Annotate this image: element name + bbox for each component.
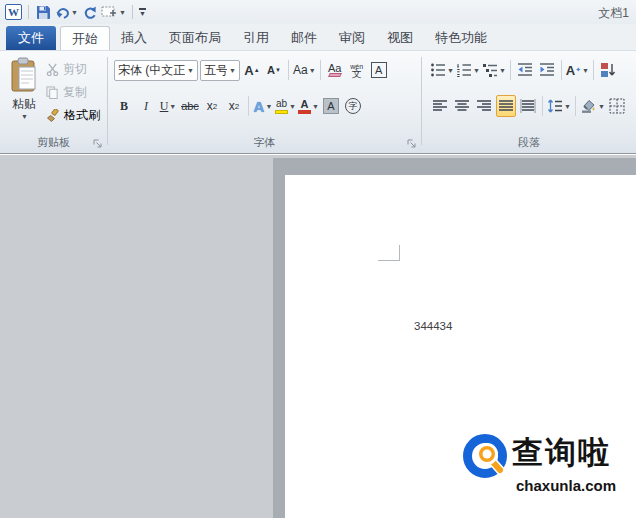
watermark-brand-text: 查询啦 (512, 433, 611, 473)
shrink-font-button[interactable]: A▼ (264, 59, 284, 81)
increase-indent-button[interactable] (537, 59, 557, 81)
cut-button[interactable]: 剪切 (46, 59, 100, 80)
divider (132, 5, 133, 19)
font-color-dropdown-arrow[interactable]: ▼ (312, 103, 319, 110)
save-button[interactable] (35, 3, 51, 21)
tab-review[interactable]: 审阅 (328, 26, 376, 50)
multilevel-list-button[interactable]: ▼ (482, 59, 506, 81)
font-color-label: A (300, 99, 308, 109)
superscript-button[interactable]: x2 (224, 95, 244, 117)
paste-button[interactable]: 粘贴 ▼ (6, 57, 42, 143)
tab-page-layout[interactable]: 页面布局 (158, 26, 232, 50)
italic-button[interactable]: I (136, 95, 156, 117)
shading-icon (580, 98, 597, 114)
shading-button[interactable]: ▼ (580, 95, 605, 117)
phonetic-guide-button[interactable]: wén 文 (347, 59, 367, 81)
asian-layout-button[interactable]: A✦ ▼ (566, 59, 589, 81)
customize-qat-icon[interactable]: ▼ (139, 8, 146, 16)
change-case-button[interactable]: Aa ▼ (293, 59, 316, 81)
tab-file[interactable]: 文件 (6, 26, 56, 50)
insert-command-dropdown-arrow[interactable]: ▼ (119, 9, 126, 16)
text-effects-dropdown-arrow[interactable]: ▼ (265, 103, 272, 110)
numbering-button[interactable]: ▼ (456, 59, 480, 81)
document-title: 文档1 (598, 5, 629, 22)
copy-icon (46, 86, 59, 99)
text-effects-button[interactable]: A ▼ (253, 95, 273, 117)
redo-button[interactable] (82, 3, 97, 21)
line-spacing-dropdown-arrow[interactable]: ▼ (564, 103, 571, 110)
subscript-digit: 2 (213, 102, 217, 111)
align-right-button[interactable] (474, 95, 494, 117)
font-color-swatch (298, 110, 311, 114)
bold-button[interactable]: B (114, 95, 134, 117)
align-center-button[interactable] (452, 95, 472, 117)
distribute-icon (520, 98, 536, 114)
align-left-button[interactable] (430, 95, 450, 117)
highlight-dropdown-arrow[interactable]: ▼ (289, 103, 296, 110)
divider (28, 5, 29, 19)
font-size-dropdown-arrow[interactable]: ▼ (229, 67, 236, 74)
line-spacing-button[interactable]: ▼ (547, 95, 571, 117)
tab-mailings[interactable]: 邮件 (280, 26, 328, 50)
document-text[interactable]: 344434 (414, 320, 452, 332)
bullets-icon (430, 62, 446, 78)
distribute-button[interactable] (518, 95, 538, 117)
font-color-button[interactable]: A ▼ (298, 95, 319, 117)
font-name-combobox[interactable]: 宋体 (中文正 ▼ (114, 60, 198, 81)
document-workspace: 344434 查询啦 chaxunla.com (0, 155, 636, 518)
justify-icon (498, 98, 514, 114)
enclose-characters-icon: 字 (345, 98, 361, 114)
paste-dropdown-arrow[interactable]: ▼ (21, 113, 28, 120)
borders-button[interactable] (607, 95, 627, 117)
highlight-color-button[interactable]: ab ▼ (275, 95, 296, 117)
redo-icon (82, 5, 97, 20)
tab-special-features[interactable]: 特色功能 (424, 26, 498, 50)
title-bar: W ▼ (0, 0, 636, 24)
multilevel-dropdown-arrow[interactable]: ▼ (499, 67, 506, 74)
change-case-label: Aa (293, 63, 308, 77)
font-name-dropdown-arrow[interactable]: ▼ (187, 67, 194, 74)
subscript-button[interactable]: x2 (202, 95, 222, 117)
ribbon-tab-row: 文件 开始 插入 页面布局 引用 邮件 审阅 视图 特色功能 (0, 24, 636, 50)
character-border-button[interactable]: A (369, 59, 389, 81)
font-group: 宋体 (中文正 ▼ 五号 ▼ A▲ A▼ Aa ▼ (108, 51, 421, 153)
change-case-dropdown-arrow[interactable]: ▼ (309, 67, 316, 74)
asian-layout-dropdown-arrow[interactable]: ▼ (582, 67, 589, 74)
copy-button[interactable]: 复制 (46, 82, 100, 103)
underline-button[interactable]: U ▼ (158, 95, 178, 117)
word-logo-icon[interactable]: W (5, 4, 22, 20)
undo-button[interactable]: ▼ (55, 3, 78, 21)
decrease-indent-button[interactable] (515, 59, 535, 81)
document-page[interactable]: 344434 查询啦 chaxunla.com (285, 175, 636, 518)
font-dialog-launcher[interactable] (406, 138, 417, 149)
sort-button[interactable] (598, 59, 618, 81)
grow-font-button[interactable]: A▲ (242, 59, 262, 81)
eraser-icon (328, 73, 342, 77)
numbering-dropdown-arrow[interactable]: ▼ (473, 67, 480, 74)
justify-button[interactable] (496, 95, 516, 117)
bullets-button[interactable]: ▼ (430, 59, 454, 81)
shading-dropdown-arrow[interactable]: ▼ (598, 103, 605, 110)
character-shading-button[interactable]: A (321, 95, 341, 117)
underline-dropdown-arrow[interactable]: ▼ (169, 103, 176, 110)
clipboard-dialog-launcher[interactable] (92, 138, 103, 149)
tab-references[interactable]: 引用 (232, 26, 280, 50)
numbering-icon (456, 62, 472, 78)
font-size-value: 五号 (204, 62, 227, 79)
enclose-characters-button[interactable]: 字 (343, 95, 363, 117)
insert-command-button[interactable]: ▼ (101, 3, 126, 21)
phonetic-guide-char: 文 (352, 70, 362, 77)
scissors-icon (46, 63, 59, 76)
bullets-dropdown-arrow[interactable]: ▼ (447, 67, 454, 74)
clear-formatting-button[interactable]: Aa (325, 59, 345, 81)
tab-home[interactable]: 开始 (60, 26, 110, 50)
font-size-combobox[interactable]: 五号 ▼ (200, 60, 240, 81)
tab-view[interactable]: 视图 (376, 26, 424, 50)
increase-indent-icon (539, 62, 555, 78)
tab-insert[interactable]: 插入 (110, 26, 158, 50)
undo-icon (55, 5, 70, 20)
format-painter-button[interactable]: 格式刷 (46, 105, 100, 126)
underline-label: U (160, 99, 169, 114)
undo-dropdown-arrow[interactable]: ▼ (71, 9, 78, 16)
strikethrough-button[interactable]: abc (180, 95, 200, 117)
